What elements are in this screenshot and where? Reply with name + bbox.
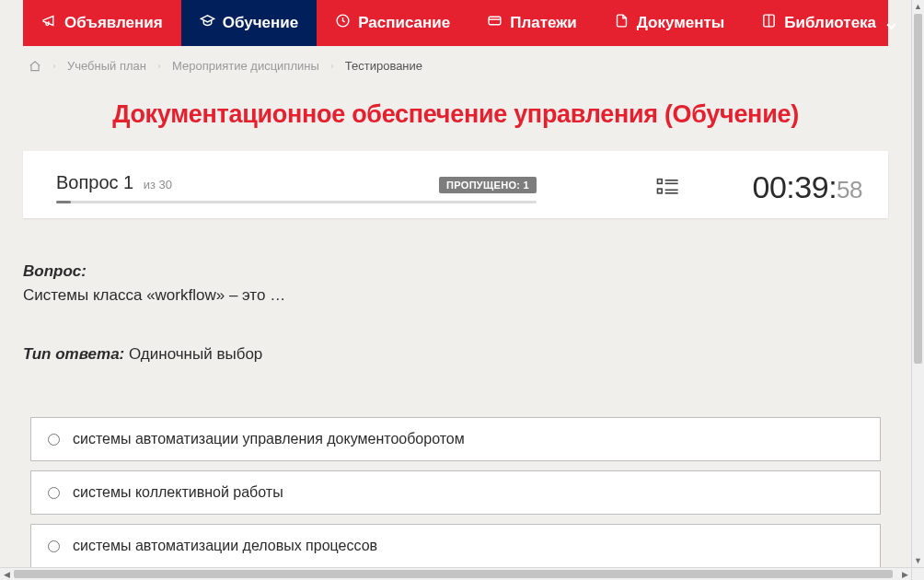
answer-type-value: Одиночный выбор — [129, 345, 262, 363]
answer-radio[interactable] — [48, 434, 60, 446]
nav-payments[interactable]: Платежи — [468, 0, 595, 46]
question-text: Системы класса «workflow» – это … — [23, 286, 888, 305]
answer-text: системы коллективной работы — [73, 484, 283, 501]
scroll-thumb[interactable] — [914, 14, 922, 364]
scroll-right-arrow[interactable]: ▶ — [898, 568, 911, 580]
status-panel: Вопрос 1 из 30 ПРОПУЩЕНО: 1 — [23, 151, 888, 218]
question-heading-label: Вопрос: — [23, 262, 87, 280]
horizontal-scrollbar[interactable]: ◀ ▶ — [0, 567, 911, 580]
progress-bar — [56, 201, 537, 203]
chevron-right-icon — [51, 63, 58, 70]
nav-label: Расписание — [358, 14, 450, 32]
question-list-icon[interactable] — [654, 175, 680, 201]
question-total: из 30 — [144, 178, 172, 191]
scroll-up-arrow[interactable]: ▲ — [912, 0, 924, 13]
nav-label: Библиотека — [784, 14, 876, 32]
breadcrumb-current: Тестирование — [345, 59, 422, 73]
breadcrumb: Учебный план Мероприятие дисциплины Тест… — [23, 46, 888, 84]
timer-main: 00:39: — [753, 169, 837, 204]
chevron-right-icon — [329, 63, 336, 70]
skipped-badge: ПРОПУЩЕНО: 1 — [439, 177, 537, 193]
timer: 00:39:58 — [753, 169, 862, 204]
svg-rect-3 — [658, 189, 663, 193]
vertical-scrollbar[interactable]: ▲ ▼ — [911, 0, 924, 567]
answer-option[interactable]: системы автоматизации деловых процессов — [30, 524, 881, 567]
question-number: Вопрос 1 — [56, 172, 133, 192]
timer-seconds: 58 — [837, 176, 862, 203]
document-icon — [614, 13, 629, 33]
scroll-left-arrow[interactable]: ◀ — [0, 568, 13, 580]
answer-type-label: Тип ответа: — [23, 345, 124, 363]
scroll-down-arrow[interactable]: ▼ — [912, 554, 924, 567]
page-title: Документационное обеспечение управления … — [23, 100, 888, 129]
top-nav: Объявления Обучение Расписание — [23, 0, 888, 46]
clock-icon — [335, 13, 351, 33]
scroll-thumb[interactable] — [14, 570, 893, 578]
breadcrumb-link[interactable]: Мероприятие дисциплины — [172, 59, 319, 73]
nav-schedule[interactable]: Расписание — [317, 0, 468, 46]
scrollbar-corner — [911, 567, 924, 580]
answer-option[interactable]: системы коллективной работы — [30, 470, 881, 515]
nav-education[interactable]: Обучение — [181, 0, 317, 46]
nav-library[interactable]: Библиотека — [743, 0, 911, 46]
nav-announcements[interactable]: Объявления — [23, 0, 181, 46]
book-icon — [761, 13, 777, 33]
nav-label: Документы — [637, 14, 725, 32]
graduation-icon — [200, 13, 215, 33]
nav-label: Обучение — [223, 14, 298, 32]
progress-fill — [56, 201, 71, 203]
answers-list: системы автоматизации управления докумен… — [23, 417, 888, 567]
nav-label: Объявления — [64, 14, 163, 32]
nav-documents[interactable]: Документы — [595, 0, 744, 46]
answer-text: системы автоматизации управления докумен… — [73, 431, 465, 447]
chevron-down-icon — [884, 18, 894, 29]
card-icon — [487, 13, 502, 33]
chevron-right-icon — [156, 63, 163, 70]
breadcrumb-link[interactable]: Учебный план — [67, 59, 146, 73]
megaphone-icon — [41, 13, 57, 33]
svg-rect-1 — [489, 17, 501, 25]
home-icon[interactable] — [29, 60, 41, 73]
answer-text: системы автоматизации деловых процессов — [73, 538, 377, 554]
answer-option[interactable]: системы автоматизации управления докумен… — [30, 417, 881, 461]
answer-radio[interactable] — [48, 487, 60, 499]
nav-label: Платежи — [510, 14, 577, 32]
answer-radio[interactable] — [48, 540, 60, 552]
svg-rect-2 — [658, 179, 663, 183]
question-area: Вопрос: Системы класса «workflow» – это … — [23, 218, 888, 567]
